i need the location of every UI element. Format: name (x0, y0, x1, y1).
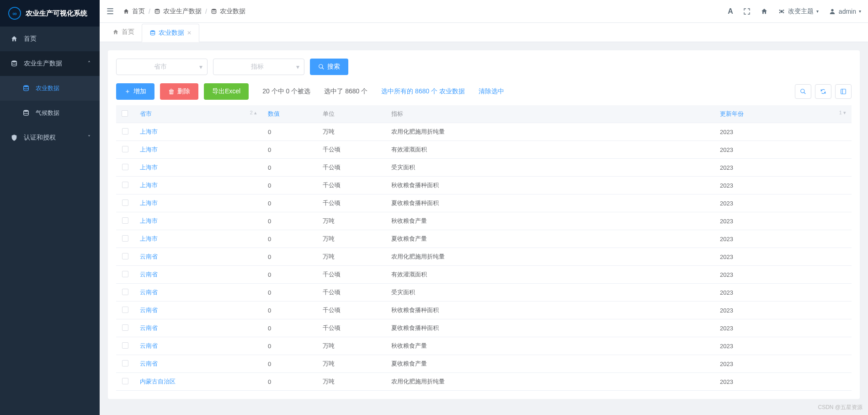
column-header-unit[interactable]: 单位 (317, 105, 386, 123)
cell-unit: 千公顷 (317, 159, 386, 177)
column-header-indicator[interactable]: 指标 (386, 105, 714, 123)
font-icon[interactable]: A (728, 7, 733, 16)
sidebar-item-label: 气候数据 (36, 109, 59, 117)
row-checkbox[interactable] (122, 271, 128, 277)
province-link[interactable]: 云南省 (140, 307, 158, 313)
province-link[interactable]: 上海市 (140, 217, 158, 224)
svg-point-8 (779, 12, 781, 13)
row-checkbox[interactable] (122, 289, 128, 295)
row-checkbox[interactable] (122, 164, 128, 170)
svg-point-3 (155, 9, 159, 11)
trash-icon: 🗑 (168, 88, 175, 95)
refresh-icon-button[interactable] (815, 84, 831, 99)
province-link[interactable]: 云南省 (140, 324, 158, 331)
column-header-province[interactable]: 省市 2 ▴ (134, 105, 262, 123)
row-checkbox[interactable] (122, 199, 128, 206)
delete-button[interactable]: 🗑 删除 (160, 83, 198, 100)
home-icon[interactable] (761, 8, 768, 15)
logo-area[interactable]: ∞ 农业生产可视化系统 (0, 0, 100, 27)
select-all-link[interactable]: 选中所有的 8680 个 农业数据 (381, 87, 465, 96)
column-header-value[interactable]: 数值 (262, 105, 317, 123)
cell-year: 2023 (714, 302, 852, 319)
row-checkbox[interactable] (122, 217, 128, 224)
search-button[interactable]: 搜索 (310, 59, 348, 75)
province-link[interactable]: 上海市 (140, 128, 158, 135)
breadcrumb-agri-data[interactable]: 农业数据 (211, 7, 245, 16)
action-row: ＋ 增加 🗑 删除 导出Excel 20 个中 0 个被选 选中了 8680 个… (116, 83, 852, 100)
row-checkbox[interactable] (122, 182, 128, 188)
table-row: 云南省 0 千公顷 秋收粮食播种面积 2023 (116, 302, 852, 319)
table-row: 云南省 0 千公顷 有效灌溉面积 2023 (116, 266, 852, 284)
cell-indicator: 秋收粮食产量 (386, 212, 714, 230)
province-link[interactable]: 上海市 (140, 146, 158, 153)
row-checkbox[interactable] (122, 253, 128, 259)
province-link[interactable]: 云南省 (140, 342, 158, 349)
province-link[interactable]: 云南省 (140, 360, 158, 367)
expand-icon-button[interactable] (835, 84, 852, 99)
cell-unit: 千公顷 (317, 141, 386, 159)
tab-agri-data[interactable]: 农业数据 ✕ (142, 24, 199, 42)
breadcrumb-separator: / (205, 8, 207, 15)
add-button[interactable]: ＋ 增加 (116, 83, 154, 100)
breadcrumb-agri-production[interactable]: 农业生产数据 (154, 7, 202, 16)
cell-value: 0 (262, 319, 317, 337)
row-checkbox[interactable] (122, 235, 128, 242)
row-checkbox[interactable] (122, 307, 128, 313)
province-select[interactable]: 省市 ▾ (116, 59, 208, 75)
province-link[interactable]: 内蒙古自治区 (140, 378, 176, 385)
row-checkbox[interactable] (122, 360, 128, 366)
province-link[interactable]: 云南省 (140, 253, 158, 260)
province-link[interactable]: 云南省 (140, 271, 158, 278)
cell-indicator: 受灾面积 (386, 284, 714, 302)
breadcrumb-home[interactable]: 首页 (123, 7, 145, 16)
cell-year: 2023 (714, 337, 852, 355)
sidebar-item-label: 首页 (24, 35, 37, 43)
cell-year: 2023 (714, 194, 852, 212)
select-all-checkbox[interactable] (122, 110, 128, 117)
table-row: 云南省 0 万吨 夏收粮食产量 2023 (116, 355, 852, 373)
cell-value: 0 (262, 248, 317, 266)
row-checkbox[interactable] (122, 146, 128, 152)
svg-point-12 (319, 65, 323, 68)
province-link[interactable]: 上海市 (140, 199, 158, 206)
cell-value: 0 (262, 337, 317, 355)
search-icon-button[interactable] (795, 84, 811, 99)
svg-point-11 (150, 30, 154, 32)
row-checkbox[interactable] (122, 378, 128, 384)
column-header-year[interactable]: 更新年份 1 ▾ (714, 105, 852, 123)
province-link[interactable]: 上海市 (140, 182, 158, 189)
sidebar-item-home[interactable]: 首页 (0, 27, 100, 51)
close-icon[interactable]: ✕ (187, 30, 192, 36)
cell-indicator: 夏收粮食产量 (386, 355, 714, 373)
sidebar-item-auth[interactable]: 认证和授权 ˅ (0, 125, 100, 150)
cell-year: 2023 (714, 266, 852, 284)
cell-indicator: 农用化肥施用折纯量 (386, 123, 714, 141)
cell-value: 0 (262, 159, 317, 177)
clear-selection-link[interactable]: 清除选中 (479, 87, 504, 96)
province-link[interactable]: 上海市 (140, 164, 158, 171)
table-row: 云南省 0 万吨 秋收粮食产量 2023 (116, 337, 852, 355)
province-link[interactable]: 云南省 (140, 289, 158, 296)
row-checkbox[interactable] (122, 128, 128, 135)
row-checkbox[interactable] (122, 342, 128, 349)
svg-rect-14 (841, 89, 846, 94)
indicator-select[interactable]: 指标 ▾ (213, 59, 304, 75)
user-menu[interactable]: admin ▾ (829, 8, 861, 15)
total-selected: 选中了 8680 个 (324, 87, 367, 96)
fullscreen-icon[interactable] (743, 8, 751, 15)
cell-value: 0 (262, 123, 317, 141)
province-link[interactable]: 上海市 (140, 235, 158, 242)
theme-switcher[interactable]: 改变主题 ▾ (778, 7, 819, 16)
sidebar-item-agri-production[interactable]: 农业生产数据 ˄ (0, 51, 100, 76)
sidebar-item-label: 认证和授权 (24, 134, 56, 142)
sidebar-item-agri-data[interactable]: 农业数据 (0, 76, 100, 101)
export-excel-button[interactable]: 导出Excel (204, 83, 249, 100)
hamburger-icon[interactable]: ☰ (107, 6, 114, 16)
sidebar-item-climate-data[interactable]: 气候数据 (0, 101, 100, 125)
cell-indicator: 有效灌溉面积 (386, 266, 714, 284)
logo-icon: ∞ (8, 7, 21, 20)
tab-home[interactable]: 首页 (105, 23, 142, 42)
row-checkbox[interactable] (122, 324, 128, 331)
table-row: 上海市 0 千公顷 夏收粮食播种面积 2023 (116, 194, 852, 212)
plus-icon: ＋ (124, 87, 131, 96)
